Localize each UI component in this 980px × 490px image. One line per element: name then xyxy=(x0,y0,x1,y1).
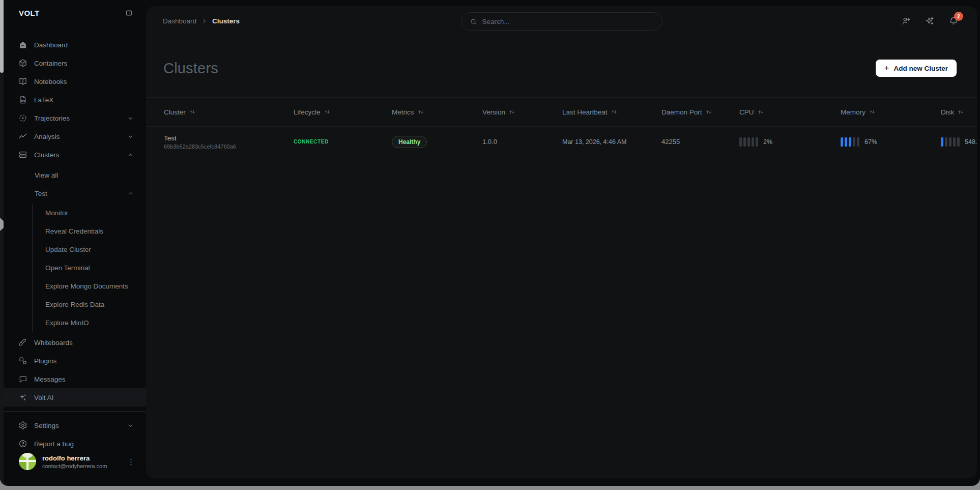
sort-icon xyxy=(758,109,764,115)
column-header-version[interactable]: Version xyxy=(482,108,562,116)
page-header: Clusters + Add new Cluster xyxy=(146,57,977,79)
sidebar-footer-nav: Settings Report a bug xyxy=(4,416,146,453)
sidebar-item-latex[interactable]: PDF LaTeX xyxy=(4,91,146,109)
search-input[interactable] xyxy=(482,18,654,25)
sidebar-item-update-cluster[interactable]: Update Cluster xyxy=(33,240,146,258)
sidebar-item-notebooks[interactable]: Notebooks xyxy=(4,72,146,91)
sidebar-item-label: Open Terminal xyxy=(45,264,90,272)
sidebar-item-trajectories[interactable]: Trajectories xyxy=(4,109,146,127)
add-user-icon[interactable] xyxy=(901,16,911,26)
sort-icon xyxy=(418,109,424,115)
column-header-metrics[interactable]: Metrics xyxy=(392,108,482,116)
sidebar-item-label: Test xyxy=(35,190,47,197)
cpu-value: 2% xyxy=(763,138,772,146)
sidebar-item-label: Containers xyxy=(34,60,67,67)
sidebar-item-label: Explore Redis Data xyxy=(45,301,104,308)
cell-cpu: 2% xyxy=(739,137,841,147)
sidebar-item-report-bug[interactable]: Report a bug xyxy=(4,435,146,453)
sort-icon xyxy=(509,109,515,115)
user-email: contact@rodyherrera.com xyxy=(42,463,107,469)
sidebar-item-explore-redis[interactable]: Explore Redis Data xyxy=(33,295,146,313)
column-header-daemon-port[interactable]: Daemon Port xyxy=(661,108,739,116)
breadcrumb-clusters: Clusters xyxy=(212,17,240,25)
column-header-memory[interactable]: Memory xyxy=(841,108,941,116)
sidebar-item-explore-minio[interactable]: Explore MinIO xyxy=(33,313,146,332)
sidebar-item-cluster-test[interactable]: Test xyxy=(4,184,146,203)
cluster-id: 69b3b52a283c5cefc84760a6 xyxy=(164,143,294,150)
left-edge-handle[interactable] xyxy=(0,218,4,231)
chevron-up-icon xyxy=(127,152,134,158)
box-icon xyxy=(18,59,27,68)
column-header-lifecycle[interactable]: Lifecycle xyxy=(294,108,392,116)
column-label: Cluster xyxy=(164,108,186,116)
column-label: Memory xyxy=(841,108,866,116)
avatar xyxy=(19,453,36,470)
sidebar-item-plugins[interactable]: Plugins xyxy=(4,352,146,370)
add-new-cluster-button[interactable]: + Add new Cluster xyxy=(876,60,957,77)
table-row[interactable]: Test 69b3b52a283c5cefc84760a6 CONNECTED … xyxy=(146,127,977,157)
cell-cluster[interactable]: Test 69b3b52a283c5cefc84760a6 xyxy=(164,134,294,150)
sidebar-item-whiteboards[interactable]: Whiteboards xyxy=(4,333,146,352)
sidebar-item-volt-ai[interactable]: Volt AI xyxy=(4,388,146,407)
cell-lifecycle: CONNECTED xyxy=(294,139,392,145)
breadcrumb-dashboard[interactable]: Dashboard xyxy=(163,17,196,25)
column-label: Version xyxy=(482,108,505,116)
column-label: Last Heartbeat xyxy=(562,108,608,116)
file-pdf-icon: PDF xyxy=(18,95,27,104)
sidebar-item-label: Report a bug xyxy=(34,440,74,448)
column-header-last-heartbeat[interactable]: Last Heartbeat xyxy=(562,108,661,116)
sidebar-divider xyxy=(4,411,146,412)
add-button-label: Add new Cluster xyxy=(893,65,948,72)
user-name: rodolfo herrera xyxy=(42,454,107,462)
sidebar-item-label: Explore MinIO xyxy=(45,319,89,327)
column-header-cpu[interactable]: CPU xyxy=(739,108,841,116)
sidebar-item-label: Analysis xyxy=(34,133,60,140)
chevron-right-icon xyxy=(201,18,207,24)
column-header-disk[interactable]: Disk xyxy=(941,108,977,116)
bell-icon[interactable]: 2 xyxy=(948,16,959,26)
sidebar-item-label: LaTeX xyxy=(34,96,53,104)
cluster-name: Test xyxy=(164,134,294,142)
left-scrollbar-track[interactable] xyxy=(0,0,4,486)
kebab-menu-icon[interactable]: ⋮ xyxy=(127,458,135,466)
trend-line-icon xyxy=(18,132,27,141)
column-header-cluster[interactable]: Cluster xyxy=(164,108,294,116)
sidebar-item-view-all[interactable]: View all xyxy=(4,166,146,184)
sidebar-item-explore-mongo[interactable]: Explore Mongo Documents xyxy=(33,277,146,295)
search-icon xyxy=(470,18,477,25)
sidebar-item-reveal-credentials[interactable]: Reveal Credentials xyxy=(33,222,146,240)
sidebar-item-label: Messages xyxy=(34,376,66,383)
sidebar-collapse-icon[interactable] xyxy=(125,9,133,17)
ai-sparkles-icon[interactable] xyxy=(925,16,935,26)
column-label: Lifecycle xyxy=(294,108,321,116)
paintbrush-icon xyxy=(18,338,27,347)
home-icon xyxy=(18,40,27,49)
notification-badge: 2 xyxy=(954,12,963,21)
column-label: Disk xyxy=(941,108,954,116)
sidebar-item-containers[interactable]: Containers xyxy=(4,54,146,72)
sidebar-item-open-terminal[interactable]: Open Terminal xyxy=(33,258,146,277)
app-window: VOLT Dashboard Containers xyxy=(0,0,980,486)
user-profile[interactable]: rodolfo herrera contact@rodyherrera.com … xyxy=(4,453,146,470)
sidebar-item-messages[interactable]: Messages xyxy=(4,370,146,388)
column-label: Metrics xyxy=(392,108,414,116)
sidebar-item-analysis[interactable]: Analysis xyxy=(4,127,146,146)
sidebar-item-label: Dashboard xyxy=(34,41,68,49)
sidebar-item-monitor[interactable]: Monitor xyxy=(33,204,146,222)
sort-icon xyxy=(611,109,617,115)
sidebar-item-settings[interactable]: Settings xyxy=(4,416,146,435)
search-bar[interactable] xyxy=(461,12,662,31)
main-panel: Dashboard Clusters xyxy=(146,6,977,478)
sidebar-item-label: Update Cluster xyxy=(45,246,91,253)
chevron-down-icon xyxy=(127,133,134,140)
server-icon xyxy=(18,150,27,159)
svg-text:PDF: PDF xyxy=(21,100,26,103)
sidebar-item-clusters[interactable]: Clusters xyxy=(4,146,146,164)
sidebar-item-label: Whiteboards xyxy=(34,339,73,347)
brand-logo: VOLT xyxy=(19,9,39,17)
scan-route-icon xyxy=(18,113,27,123)
left-scrollbar-thumb[interactable] xyxy=(0,0,4,73)
sidebar-item-dashboard[interactable]: Dashboard xyxy=(4,36,146,54)
topbar: Dashboard Clusters xyxy=(146,6,977,36)
disk-value: 548.00 xyxy=(965,138,977,146)
